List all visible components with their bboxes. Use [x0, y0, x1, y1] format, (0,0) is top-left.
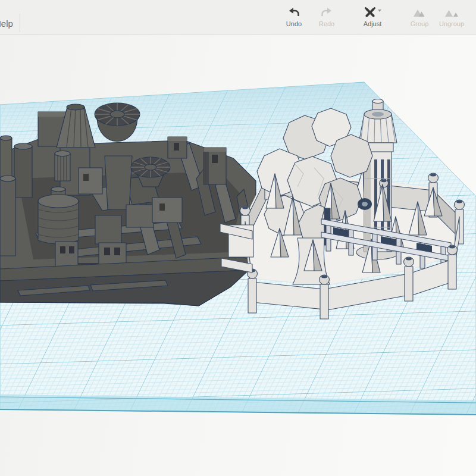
castle-ribbed-tower [55, 151, 70, 181]
undo-label: Undo [277, 20, 311, 27]
top-toolbar: Help Undo Redo Adjust [0, 0, 476, 35]
group-button[interactable]: Group [402, 5, 437, 27]
redo-label: Redo [309, 20, 344, 27]
redo-button[interactable]: Redo [309, 5, 344, 27]
adjust-icon [363, 5, 382, 20]
help-menu[interactable]: Help [0, 18, 13, 29]
undo-icon [287, 5, 301, 20]
undo-button[interactable]: Undo [277, 5, 311, 27]
adjust-button[interactable]: Adjust [355, 5, 390, 27]
group-icon [412, 5, 427, 20]
redo-icon [320, 5, 334, 20]
ungroup-label: Ungroup [434, 20, 469, 27]
menu-separator [20, 14, 20, 32]
ungroup-button[interactable]: Ungroup [434, 5, 469, 27]
adjust-label: Adjust [355, 20, 390, 27]
group-label: Group [402, 20, 437, 27]
3d-viewport[interactable] [0, 0, 476, 476]
app-window: Help Undo Redo Adjust [0, 0, 476, 476]
ungroup-icon [444, 5, 459, 20]
adjust-dropdown-caret [378, 10, 381, 12]
